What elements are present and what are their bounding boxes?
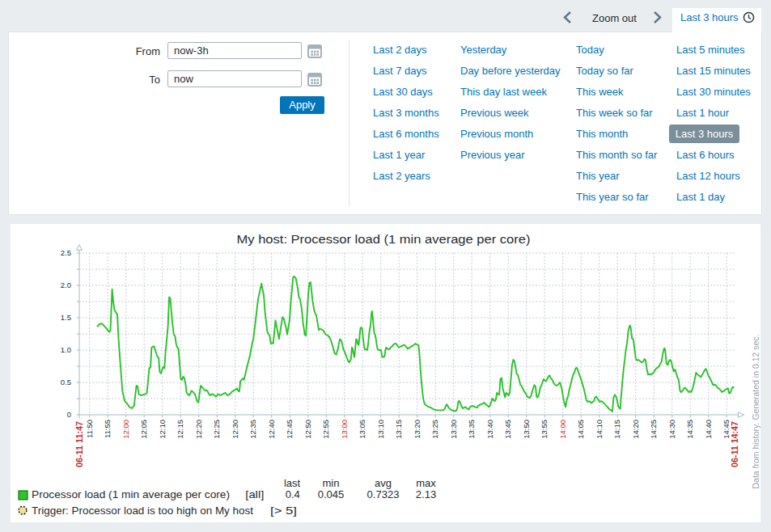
svg-text:12:00: 12:00 [121, 420, 130, 439]
svg-text:Data from history. Generated i: Data from history. Generated in 0.12 sec… [752, 335, 760, 489]
svg-text:13:35: 13:35 [467, 420, 476, 439]
svg-text:13:55: 13:55 [540, 420, 549, 439]
svg-text:last: last [284, 477, 301, 489]
svg-text:0: 0 [67, 410, 71, 419]
svg-text:avg: avg [375, 477, 392, 489]
svg-text:1.5: 1.5 [61, 313, 71, 322]
svg-text:12:05: 12:05 [139, 420, 148, 439]
svg-text:12:35: 12:35 [248, 420, 257, 439]
svg-text:13:30: 13:30 [449, 420, 458, 439]
svg-text:06-11 11:47: 06-11 11:47 [74, 421, 84, 467]
svg-text:14:40: 14:40 [704, 420, 713, 439]
svg-text:13:05: 13:05 [358, 420, 366, 439]
svg-text:14:00: 14:00 [558, 420, 567, 439]
svg-text:Processor load (1 min average: Processor load (1 min average per core) [32, 488, 230, 500]
svg-text:0.045: 0.045 [318, 488, 345, 500]
svg-text:min: min [323, 477, 340, 489]
svg-text:11:50: 11:50 [85, 420, 94, 438]
svg-text:11:55: 11:55 [103, 420, 112, 438]
svg-text:12:30: 12:30 [231, 420, 239, 439]
svg-text:1.0: 1.0 [61, 345, 71, 354]
svg-text:13:50: 13:50 [522, 420, 531, 439]
svg-text:0.5: 0.5 [61, 378, 71, 386]
svg-text:13:00: 13:00 [340, 420, 349, 439]
svg-text:14:35: 14:35 [685, 420, 694, 439]
svg-text:14:20: 14:20 [631, 420, 640, 439]
svg-text:13:10: 13:10 [376, 420, 385, 439]
svg-text:14:10: 14:10 [595, 420, 604, 439]
svg-text:13:15: 13:15 [394, 420, 403, 439]
svg-text:14:30: 14:30 [667, 420, 676, 439]
svg-text:0.4: 0.4 [286, 488, 300, 500]
svg-text:06-11 14:47: 06-11 14:47 [730, 421, 739, 467]
svg-text:14:25: 14:25 [649, 420, 658, 439]
svg-text:13:40: 13:40 [485, 420, 494, 439]
svg-text:12:25: 12:25 [212, 420, 221, 439]
svg-text:12:20: 12:20 [194, 420, 203, 439]
svg-text:[all]: [all] [245, 488, 264, 500]
svg-text:12:15: 12:15 [176, 420, 184, 439]
svg-text:14:15: 14:15 [612, 420, 621, 439]
svg-text:[> 5]: [> 5] [270, 505, 297, 517]
svg-text:13:20: 13:20 [413, 420, 422, 439]
svg-text:2.5: 2.5 [61, 248, 71, 257]
svg-text:Trigger: Processor load is too: Trigger: Processor load is too high on M… [32, 505, 253, 517]
svg-text:2.13: 2.13 [416, 488, 436, 500]
svg-text:max: max [416, 477, 436, 489]
svg-text:12:10: 12:10 [158, 420, 167, 439]
svg-text:0.7323: 0.7323 [367, 488, 400, 500]
svg-text:My host: Processor load (1 min: My host: Processor load (1 min average p… [237, 233, 531, 246]
svg-text:13:25: 13:25 [430, 420, 439, 439]
svg-text:12:40: 12:40 [267, 420, 276, 439]
svg-text:12:50: 12:50 [303, 420, 312, 439]
svg-text:13:45: 13:45 [503, 420, 512, 439]
svg-text:12:45: 12:45 [285, 420, 294, 439]
svg-text:14:05: 14:05 [576, 420, 585, 439]
svg-text:12:55: 12:55 [321, 420, 330, 439]
svg-text:2.0: 2.0 [61, 281, 71, 289]
